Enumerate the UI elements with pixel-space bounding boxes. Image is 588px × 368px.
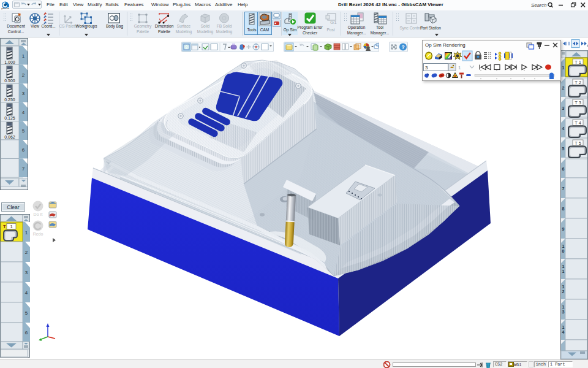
svg-text:2: 2 bbox=[22, 72, 25, 78]
svg-text:0.125: 0.125 bbox=[4, 116, 15, 120]
svg-text:4: 4 bbox=[25, 290, 28, 296]
svg-text:Redo: Redo bbox=[33, 232, 43, 236]
svg-text:Do It: Do It bbox=[34, 212, 43, 217]
svg-text:6: 6 bbox=[25, 330, 28, 335]
svg-text:1: 1 bbox=[562, 244, 565, 248]
svg-text:1: 1 bbox=[562, 66, 565, 70]
svg-text:0.250: 0.250 bbox=[4, 98, 15, 102]
svg-text:7: 7 bbox=[22, 166, 25, 172]
svg-text:9: 9 bbox=[562, 227, 565, 231]
svg-text:5: 5 bbox=[22, 128, 25, 134]
svg-text:1: 1 bbox=[22, 53, 25, 59]
svg-text:4: 4 bbox=[562, 330, 565, 334]
svg-text:6: 6 bbox=[562, 167, 565, 171]
svg-text:T 3: T 3 bbox=[575, 100, 581, 105]
svg-text:3: 3 bbox=[425, 65, 428, 71]
svg-text:7: 7 bbox=[562, 186, 565, 191]
svg-text:0.062: 0.062 bbox=[4, 135, 15, 139]
svg-text:T 1: T 1 bbox=[575, 59, 581, 65]
svg-text:T: T bbox=[3, 224, 6, 229]
svg-text:T 4: T 4 bbox=[575, 120, 581, 126]
svg-text:gibbscam: gibbscam bbox=[1, 7, 9, 10]
svg-text:8: 8 bbox=[562, 207, 565, 211]
svg-text:6: 6 bbox=[22, 147, 25, 153]
svg-text:2: 2 bbox=[562, 86, 565, 90]
svg-text:4: 4 bbox=[22, 110, 25, 115]
svg-text:3: 3 bbox=[562, 106, 565, 110]
svg-text:1: 1 bbox=[562, 269, 565, 274]
svg-text:G1: G1 bbox=[330, 20, 337, 25]
svg-text:0: 0 bbox=[562, 249, 565, 253]
svg-text:?: ? bbox=[401, 44, 404, 50]
svg-text:4: 4 bbox=[562, 126, 565, 131]
svg-text:3: 3 bbox=[22, 91, 25, 96]
svg-text:3: 3 bbox=[25, 270, 28, 275]
svg-text:3: 3 bbox=[562, 310, 565, 314]
svg-text:2: 2 bbox=[562, 289, 565, 294]
svg-text:5: 5 bbox=[562, 147, 565, 151]
svg-text:0.500: 0.500 bbox=[4, 79, 15, 83]
svg-text:2: 2 bbox=[25, 250, 28, 255]
svg-text:1: 1 bbox=[562, 264, 565, 269]
svg-text:1.000: 1.000 bbox=[4, 60, 15, 64]
svg-text:1: 1 bbox=[562, 305, 565, 309]
svg-text:1: 1 bbox=[25, 230, 28, 236]
svg-text:T 5: T 5 bbox=[575, 140, 581, 146]
svg-text:1: 1 bbox=[562, 285, 565, 289]
svg-text:1: 1 bbox=[562, 325, 565, 329]
svg-text:5: 5 bbox=[25, 310, 28, 316]
svg-text:T 2: T 2 bbox=[575, 80, 581, 85]
svg-text:1: 1 bbox=[458, 65, 461, 71]
svg-text:1: 1 bbox=[10, 224, 12, 229]
